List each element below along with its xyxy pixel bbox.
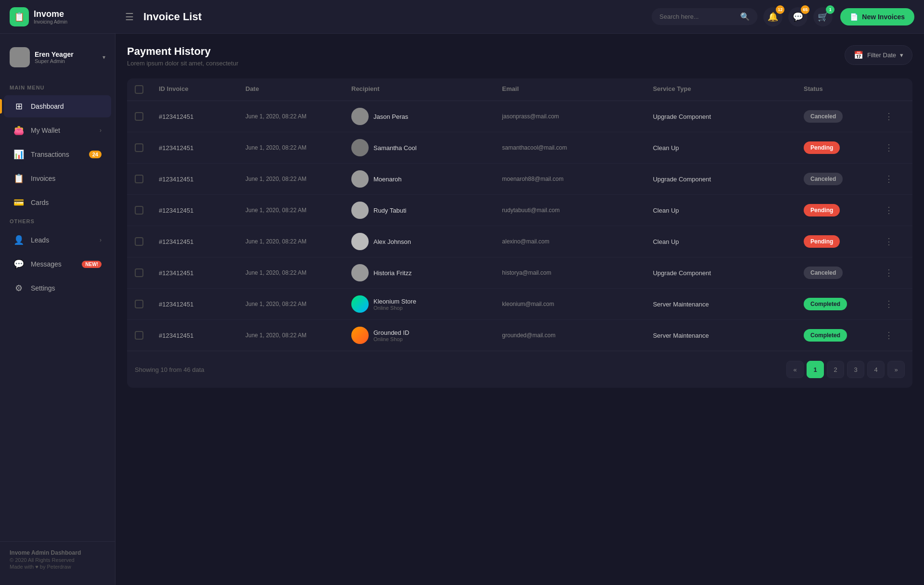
row-id: #123412451	[159, 176, 245, 183]
row-more-button[interactable]: ⋮	[881, 266, 897, 280]
main-content: Payment History Lorem ipsum dolor sit am…	[116, 34, 924, 585]
content-header: Payment History Lorem ipsum dolor sit am…	[127, 45, 912, 67]
row-service: Upgrade Component	[653, 113, 804, 120]
row-checkbox[interactable]	[135, 112, 143, 121]
recipient-name: Moenaroh	[373, 176, 402, 183]
header-service: Service Type	[653, 85, 804, 94]
row-id: #123412451	[159, 332, 245, 339]
row-checkbox[interactable]	[135, 268, 143, 277]
recipient-avatar	[351, 233, 369, 250]
row-more-button[interactable]: ⋮	[881, 109, 897, 124]
new-invoice-button[interactable]: 📄 New Invoices	[840, 8, 914, 25]
invoice-table: ID Invoice Date Recipient Email Service …	[127, 78, 912, 388]
header-checkbox-col	[135, 85, 159, 94]
page-title: Payment History	[127, 45, 238, 58]
row-date: June 1, 2020, 08:22 AM	[245, 238, 351, 245]
pagination-page-1[interactable]: 1	[807, 361, 824, 378]
row-email: rudytabuuti@mail.com	[502, 207, 653, 214]
menu-icon[interactable]: ☰	[125, 11, 134, 23]
main-menu-label: Main Menu	[0, 81, 115, 94]
row-actions: ⋮	[881, 172, 905, 186]
row-service: Clean Up	[653, 207, 804, 214]
sidebar-item-dashboard[interactable]: ⊞ Dashboard	[4, 95, 111, 117]
row-actions: ⋮	[881, 109, 905, 124]
logo-area: 📋 Invome Invoicing Admin	[10, 7, 125, 26]
row-checkbox[interactable]	[135, 143, 143, 152]
header-id: ID Invoice	[159, 85, 245, 94]
status-badge: Pending	[804, 141, 840, 154]
status-badge: Completed	[804, 298, 847, 310]
sidebar-item-settings[interactable]: ⚙ Settings	[4, 277, 111, 299]
pagination-next-button[interactable]: »	[887, 361, 905, 378]
pagination-controls: « 1 2 3 4 »	[786, 361, 905, 378]
transactions-icon: 📊	[13, 149, 24, 160]
chevron-down-icon[interactable]: ▾	[103, 54, 105, 61]
sidebar-item-invoices[interactable]: 📋 Invoices	[4, 167, 111, 190]
row-checkbox[interactable]	[135, 175, 143, 183]
row-more-button[interactable]: ⋮	[881, 297, 897, 311]
sidebar-item-my-wallet[interactable]: 👛 My Wallet ›	[4, 119, 111, 141]
pagination-page-2[interactable]: 2	[827, 361, 844, 378]
page-header-title: Invoice List	[143, 11, 652, 23]
notifications-button[interactable]: 🔔 12	[763, 7, 783, 26]
row-status: Canceled	[804, 267, 881, 279]
search-box[interactable]: 🔍	[652, 8, 757, 25]
select-all-checkbox[interactable]	[135, 85, 143, 94]
row-recipient: Samantha Cool	[351, 139, 502, 156]
table-row: #123412451 June 1, 2020, 08:22 AM Samant…	[127, 132, 912, 164]
row-checkbox[interactable]	[135, 206, 143, 215]
pagination-first-button[interactable]: «	[786, 361, 804, 378]
dashboard-icon: ⊞	[13, 101, 24, 112]
recipient-info: Moenaroh	[373, 176, 402, 183]
app-header: 📋 Invome Invoicing Admin ☰ Invoice List …	[0, 0, 924, 34]
recipient-avatar	[351, 264, 369, 281]
sidebar-item-leads[interactable]: 👤 Leads ›	[4, 229, 111, 251]
status-badge: Pending	[804, 204, 840, 216]
row-checkbox-cell	[135, 237, 159, 246]
filter-date-button[interactable]: 📅 Filter Date ▾	[845, 45, 912, 65]
search-input[interactable]	[659, 13, 736, 20]
row-email: moenaroh88@mail.com	[502, 176, 653, 182]
recipient-info: Alex Johnson	[373, 238, 411, 245]
row-checkbox-cell	[135, 175, 159, 183]
pagination-page-4[interactable]: 4	[867, 361, 885, 378]
row-recipient: Grounded ID Online Shop	[351, 327, 502, 344]
row-checkbox[interactable]	[135, 300, 143, 308]
recipient-name: Kleonium Store	[373, 298, 416, 305]
row-id: #123412451	[159, 301, 245, 308]
status-badge: Canceled	[804, 173, 843, 185]
wallet-icon: 👛	[13, 125, 24, 136]
recipient-name: Grounded ID	[373, 329, 409, 336]
sidebar-label-settings: Settings	[31, 284, 102, 292]
sidebar-item-transactions[interactable]: 📊 Transactions 24	[4, 143, 111, 165]
row-date: June 1, 2020, 08:22 AM	[245, 332, 351, 339]
row-more-button[interactable]: ⋮	[881, 328, 897, 343]
row-email: kleonium@mail.com	[502, 301, 653, 307]
recipient-info: Samantha Cool	[373, 144, 417, 152]
header-date: Date	[245, 85, 351, 94]
sidebar-item-cards[interactable]: 💳 Cards	[4, 191, 111, 214]
row-more-button[interactable]: ⋮	[881, 203, 897, 217]
row-recipient: Historia Fritzz	[351, 264, 502, 281]
row-checkbox[interactable]	[135, 331, 143, 340]
messages-button[interactable]: 💬 65	[788, 7, 808, 26]
row-checkbox[interactable]	[135, 237, 143, 246]
table-row: #123412451 June 1, 2020, 08:22 AM Alex J…	[127, 226, 912, 257]
row-status: Canceled	[804, 110, 881, 123]
messages-new-badge: NEW!	[82, 261, 102, 268]
cart-badge: 1	[826, 5, 834, 14]
status-badge: Completed	[804, 329, 847, 342]
app-subtitle: Invoicing Admin	[34, 19, 67, 25]
sidebar-item-messages[interactable]: 💬 Messages NEW!	[4, 253, 111, 275]
row-more-button[interactable]: ⋮	[881, 140, 897, 155]
pagination-page-3[interactable]: 3	[847, 361, 864, 378]
row-service: Clean Up	[653, 238, 804, 245]
row-checkbox-cell	[135, 112, 159, 121]
row-date: June 1, 2020, 08:22 AM	[245, 113, 351, 120]
sidebar-label-dashboard: Dashboard	[31, 102, 102, 110]
cart-button[interactable]: 🛒 1	[813, 7, 833, 26]
row-more-button[interactable]: ⋮	[881, 234, 897, 249]
row-checkbox-cell	[135, 143, 159, 152]
row-more-button[interactable]: ⋮	[881, 172, 897, 186]
user-name: Eren Yeager	[35, 51, 98, 58]
